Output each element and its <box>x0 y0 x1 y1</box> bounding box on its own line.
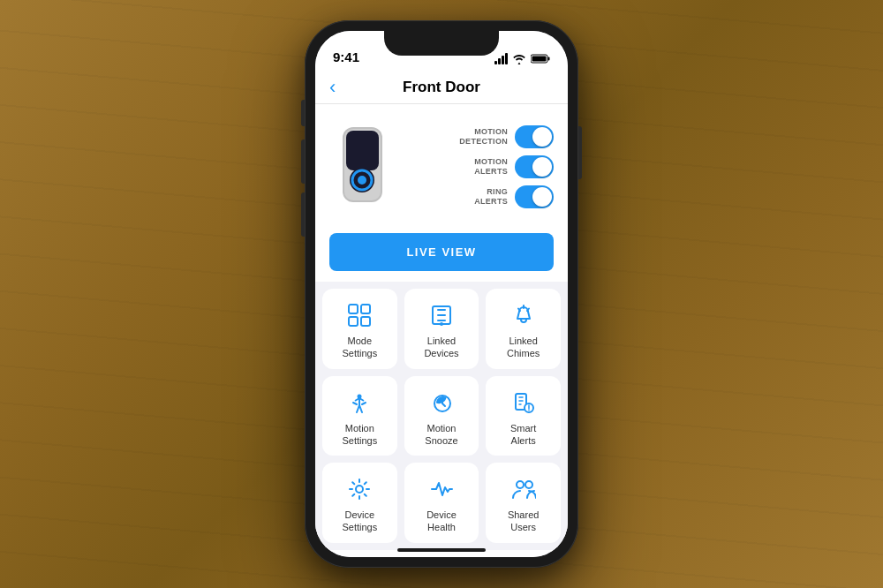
svg-point-21 <box>525 481 532 488</box>
device-settings-icon <box>345 475 374 503</box>
linked-devices-item[interactable]: LinkedDevices <box>404 289 479 369</box>
mode-settings-item[interactable]: ModeSettings <box>322 289 397 369</box>
motion-alerts-row: MOTIONALERTS <box>404 155 554 178</box>
ring-alerts-toggle[interactable] <box>515 185 554 208</box>
svg-rect-9 <box>349 305 358 313</box>
home-indicator <box>397 548 486 552</box>
motion-alerts-toggle[interactable] <box>515 155 554 178</box>
shared-users-label: SharedUsers <box>508 509 539 534</box>
svg-point-20 <box>517 481 524 488</box>
device-settings-label: DeviceSettings <box>342 509 377 534</box>
power-button <box>578 126 582 179</box>
shared-users-icon <box>509 475 538 503</box>
smart-alerts-item[interactable]: SmartAlerts <box>486 376 561 456</box>
motion-detection-label: MOTIONDETECTION <box>459 127 508 147</box>
wifi-icon <box>512 54 526 64</box>
shared-users-item[interactable]: SharedUsers <box>486 463 561 543</box>
motion-snooze-icon <box>427 388 456 417</box>
linked-devices-icon <box>427 301 456 329</box>
motion-settings-label: MotionSettings <box>342 422 377 448</box>
svg-rect-11 <box>349 317 358 326</box>
svg-point-18 <box>528 409 530 411</box>
device-health-item[interactable]: DeviceHealth <box>404 463 479 543</box>
motion-detection-toggle[interactable] <box>515 125 554 148</box>
phone-device: 9:41 <box>305 20 578 568</box>
motion-alerts-label: MOTIONALERTS <box>474 157 508 177</box>
motion-snooze-item[interactable]: MotionSnooze <box>404 376 479 456</box>
phone-screen: 9:41 <box>315 31 568 557</box>
device-health-icon <box>427 475 456 503</box>
svg-rect-10 <box>361 305 370 313</box>
smart-alerts-icon <box>509 388 538 417</box>
motion-settings-icon <box>345 388 374 417</box>
grid-section: ModeSettings LinkedDevices <box>315 282 568 550</box>
linked-chimes-label: LinkedChimes <box>507 335 540 360</box>
battery-icon <box>531 54 550 64</box>
svg-rect-12 <box>361 317 370 326</box>
doorbell-svg <box>334 123 391 211</box>
ring-alerts-label: RINGALERTS <box>474 187 508 207</box>
linked-devices-label: LinkedDevices <box>424 335 458 360</box>
signal-icon <box>494 53 508 64</box>
device-section: MOTIONDETECTION MOTIONALERTS RINGALERTS <box>315 104 568 230</box>
nav-bar: ‹ Front Door <box>315 70 568 104</box>
mode-settings-label: ModeSettings <box>342 335 377 360</box>
toggles-section: MOTIONDETECTION MOTIONALERTS RINGALERTS <box>404 125 554 208</box>
motion-detection-row: MOTIONDETECTION <box>404 125 554 148</box>
ring-alerts-row: RINGALERTS <box>404 185 554 208</box>
status-icons <box>494 53 550 64</box>
live-view-button[interactable]: LIVE VIEW <box>329 233 554 271</box>
svg-point-19 <box>356 486 363 493</box>
doorbell-image <box>329 118 396 215</box>
smart-alerts-label: SmartAlerts <box>510 422 536 448</box>
device-settings-item[interactable]: DeviceSettings <box>322 463 397 543</box>
back-button[interactable]: ‹ <box>329 76 336 99</box>
volume-down-button <box>301 192 305 237</box>
motion-snooze-label: MotionSnooze <box>425 422 457 448</box>
linked-chimes-icon <box>509 301 538 329</box>
svg-point-13 <box>440 322 443 326</box>
linked-chimes-item[interactable]: LinkedChimes <box>486 289 561 369</box>
volume-up-button <box>301 139 305 184</box>
device-health-label: DeviceHealth <box>426 509 457 534</box>
notch <box>384 31 499 56</box>
motion-settings-item[interactable]: MotionSettings <box>322 376 397 456</box>
status-time: 9:41 <box>333 49 359 64</box>
mute-button <box>301 100 305 126</box>
svg-rect-2 <box>532 57 547 62</box>
page-title: Front Door <box>403 79 480 96</box>
svg-rect-5 <box>346 131 379 170</box>
app-content: ‹ Front Door <box>315 70 568 557</box>
mode-settings-icon <box>345 301 374 329</box>
svg-point-8 <box>358 176 366 185</box>
svg-rect-1 <box>548 57 550 61</box>
